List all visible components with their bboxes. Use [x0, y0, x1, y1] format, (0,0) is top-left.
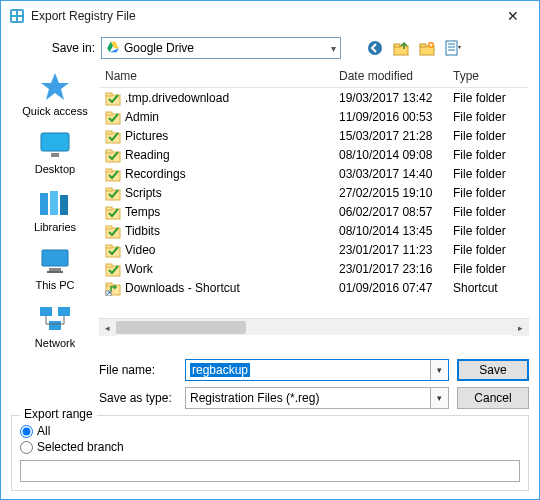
file-name: Video — [125, 243, 155, 257]
new-folder-button[interactable] — [417, 38, 437, 58]
file-name-label: File name: — [99, 363, 177, 377]
file-name: Admin — [125, 110, 159, 124]
scroll-right-icon[interactable]: ▸ — [512, 319, 529, 336]
file-row[interactable]: Scripts27/02/2015 19:10File folder — [99, 183, 529, 202]
export-registry-dialog: Export Registry File ✕ Save in: Google D… — [0, 0, 540, 500]
file-date: 23/01/2017 11:23 — [333, 242, 447, 258]
file-type: File folder — [447, 223, 529, 239]
view-menu-button[interactable] — [443, 38, 463, 58]
places-label: Desktop — [35, 163, 75, 175]
places-label: This PC — [35, 279, 74, 291]
file-row[interactable]: Reading08/10/2014 09:08File folder — [99, 145, 529, 164]
chevron-down-icon[interactable]: ▾ — [430, 360, 448, 380]
libraries-icon — [37, 187, 73, 219]
file-type: File folder — [447, 109, 529, 125]
file-row[interactable]: Tidbits08/10/2014 13:45File folder — [99, 221, 529, 240]
file-row[interactable]: .tmp.drivedownload19/03/2017 13:42File f… — [99, 88, 529, 107]
places-network[interactable]: Network — [35, 303, 75, 349]
radio-label: All — [37, 424, 50, 438]
svg-rect-10 — [394, 44, 400, 47]
svg-rect-22 — [40, 193, 48, 215]
window-title: Export Registry File — [31, 9, 136, 23]
save-button[interactable]: Save — [457, 359, 529, 381]
cancel-button[interactable]: Cancel — [457, 387, 529, 409]
file-name-value: regbackup — [190, 363, 250, 377]
registry-icon — [9, 8, 25, 24]
folder-check-icon — [105, 261, 121, 277]
folder-check-icon — [105, 223, 121, 239]
svg-rect-27 — [47, 271, 63, 273]
file-type: File folder — [447, 90, 529, 106]
file-list[interactable]: Name Date modified Type .tmp.drivedownlo… — [99, 65, 529, 351]
export-range-all[interactable]: All — [20, 424, 520, 438]
radio-selected-branch[interactable] — [20, 441, 33, 454]
file-date: 23/01/2017 23:16 — [333, 261, 447, 277]
svg-rect-25 — [42, 250, 68, 266]
places-quick-access[interactable]: Quick access — [22, 71, 87, 117]
file-row[interactable]: Temps06/02/2017 08:57File folder — [99, 202, 529, 221]
svg-rect-34 — [106, 112, 112, 115]
file-type: File folder — [447, 147, 529, 163]
svg-rect-46 — [106, 226, 112, 229]
file-row[interactable]: Downloads - Shortcut01/09/2016 07:47Shor… — [99, 278, 529, 297]
svg-rect-28 — [40, 307, 52, 316]
file-row[interactable]: Admin11/09/2016 00:53File folder — [99, 107, 529, 126]
file-list-header[interactable]: Name Date modified Type — [99, 65, 529, 88]
file-type: File folder — [447, 166, 529, 182]
file-name: Scripts — [125, 186, 162, 200]
svg-rect-3 — [12, 17, 16, 21]
file-type: File folder — [447, 204, 529, 220]
save-as-type-dropdown[interactable]: Registration Files (*.reg) ▾ — [185, 387, 449, 409]
network-icon — [37, 303, 73, 335]
column-type[interactable]: Type — [447, 65, 529, 87]
selected-branch-input[interactable] — [20, 460, 520, 482]
file-type: File folder — [447, 128, 529, 144]
scroll-left-icon[interactable]: ◂ — [99, 319, 116, 336]
this-pc-icon — [37, 245, 73, 277]
svg-rect-48 — [106, 245, 112, 248]
file-row[interactable]: Video23/01/2017 11:23File folder — [99, 240, 529, 259]
places-this-pc[interactable]: This PC — [35, 245, 74, 291]
file-date: 11/09/2016 00:53 — [333, 109, 447, 125]
scroll-thumb[interactable] — [116, 321, 246, 334]
titlebar: Export Registry File ✕ — [1, 1, 539, 31]
places-libraries[interactable]: Libraries — [34, 187, 76, 233]
folder-check-icon — [105, 242, 121, 258]
file-name: Temps — [125, 205, 160, 219]
folder-check-icon — [105, 204, 121, 220]
svg-rect-24 — [60, 195, 68, 215]
file-date: 08/10/2014 13:45 — [333, 223, 447, 239]
chevron-down-icon[interactable]: ▾ — [430, 388, 448, 408]
places-label: Quick access — [22, 105, 87, 117]
export-range-selected-branch[interactable]: Selected branch — [20, 440, 520, 454]
file-type: File folder — [447, 261, 529, 277]
places-label: Libraries — [34, 221, 76, 233]
svg-rect-23 — [50, 191, 58, 215]
column-date[interactable]: Date modified — [333, 65, 447, 87]
up-one-level-button[interactable] — [391, 38, 411, 58]
file-name: Work — [125, 262, 153, 276]
svg-rect-21 — [51, 153, 59, 157]
column-name[interactable]: Name — [99, 65, 333, 87]
file-name-field[interactable]: regbackup ▾ — [185, 359, 449, 381]
folder-check-icon — [105, 90, 121, 106]
svg-rect-12 — [420, 44, 426, 47]
back-button[interactable] — [365, 38, 385, 58]
file-date: 19/03/2017 13:42 — [333, 90, 447, 106]
radio-all[interactable] — [20, 425, 33, 438]
file-name: Tidbits — [125, 224, 160, 238]
svg-rect-42 — [106, 188, 112, 191]
close-button[interactable]: ✕ — [491, 2, 535, 30]
file-name: .tmp.drivedownload — [125, 91, 229, 105]
file-row[interactable]: Work23/01/2017 23:16File folder — [99, 259, 529, 278]
save-in-dropdown[interactable]: Google Drive ▾ — [101, 37, 341, 59]
svg-rect-14 — [446, 41, 457, 55]
quick-access-icon — [37, 71, 73, 103]
file-row[interactable]: Recordings03/03/2017 14:40File folder — [99, 164, 529, 183]
file-row[interactable]: Pictures15/03/2017 21:28File folder — [99, 126, 529, 145]
places-desktop[interactable]: Desktop — [35, 129, 75, 175]
export-range-legend: Export range — [20, 407, 97, 421]
svg-rect-2 — [18, 11, 22, 15]
file-type: File folder — [447, 242, 529, 258]
horizontal-scrollbar[interactable]: ◂ ▸ — [99, 318, 529, 335]
